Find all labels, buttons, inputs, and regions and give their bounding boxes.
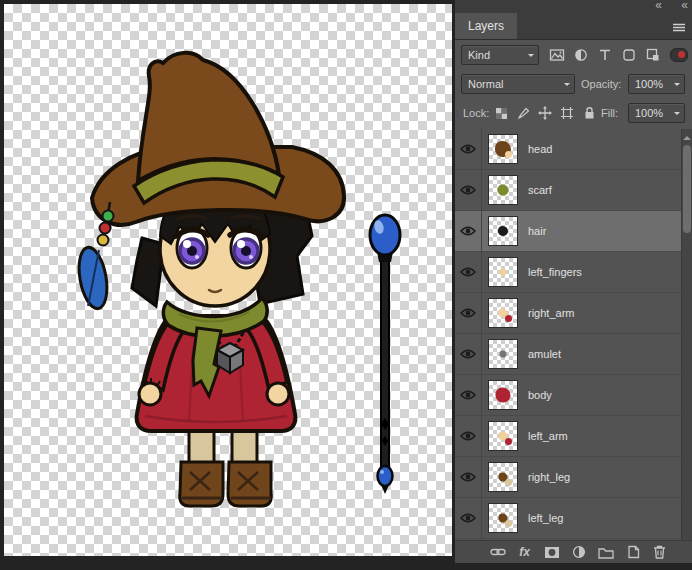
- layer-thumbnail[interactable]: [488, 462, 518, 492]
- pixel-filter-icon[interactable]: [547, 45, 567, 65]
- fill-dropdown[interactable]: 100%: [628, 103, 685, 123]
- layer-row[interactable]: body: [455, 375, 682, 416]
- visibility-toggle[interactable]: [455, 293, 482, 333]
- layer-thumbnail[interactable]: [488, 339, 518, 369]
- visibility-toggle[interactable]: [455, 498, 482, 538]
- layer-list: head scarf hair: [455, 129, 682, 540]
- layer-row[interactable]: hair: [455, 211, 682, 252]
- layer-name[interactable]: right_arm: [528, 293, 574, 333]
- layer-row[interactable]: head: [455, 129, 682, 170]
- panel-menu-icon[interactable]: [672, 20, 686, 32]
- thumbnail-art-blob: [500, 269, 507, 276]
- opacity-label: Opacity:: [581, 74, 621, 94]
- layer-name[interactable]: body: [528, 375, 552, 415]
- layer-thumbnail[interactable]: [488, 421, 518, 451]
- layer-name[interactable]: left_arm: [528, 416, 568, 456]
- adjustment-filter-icon[interactable]: [571, 45, 591, 65]
- layer-name[interactable]: hair: [528, 211, 546, 251]
- layer-row[interactable]: scarf: [455, 170, 682, 211]
- visibility-toggle[interactable]: [455, 170, 482, 210]
- layer-list-scrollbar[interactable]: [681, 129, 692, 540]
- visibility-toggle[interactable]: [455, 416, 482, 456]
- lock-all-icon[interactable]: [579, 103, 599, 123]
- layer-name[interactable]: amulet: [528, 334, 561, 374]
- thumbnail-art-blob-secondary: [505, 479, 512, 486]
- application-window: « « Layers Kind Nor: [0, 0, 692, 570]
- smart-object-filter-icon[interactable]: [643, 45, 663, 65]
- scroll-up-arrow-icon[interactable]: [683, 132, 691, 140]
- layer-row[interactable]: amulet: [455, 334, 682, 375]
- character-artwork: [4, 4, 452, 556]
- layer-row[interactable]: left_leg: [455, 498, 682, 539]
- staff-artwork: [370, 215, 400, 494]
- visibility-toggle[interactable]: [455, 252, 482, 292]
- layer-thumbnail[interactable]: [488, 216, 518, 246]
- fx-label: fx: [519, 544, 530, 560]
- layer-thumbnail[interactable]: [488, 175, 518, 205]
- layer-style-button[interactable]: fx: [516, 544, 533, 560]
- visibility-toggle[interactable]: [455, 129, 482, 169]
- hat-artwork: [92, 53, 344, 225]
- lock-transparency-icon[interactable]: [491, 103, 511, 123]
- lock-pixels-icon[interactable]: [513, 103, 533, 123]
- lock-label: Lock:: [463, 103, 489, 123]
- layer-row[interactable]: right_leg: [455, 457, 682, 498]
- legs-artwork: [180, 422, 272, 506]
- thumbnail-art-blob-secondary: [505, 520, 512, 527]
- link-layers-icon[interactable]: [489, 544, 506, 560]
- visibility-toggle[interactable]: [455, 334, 482, 374]
- layer-row[interactable]: left_arm: [455, 416, 682, 457]
- layer-thumbnail[interactable]: [488, 134, 518, 164]
- eye-icon: [460, 308, 476, 318]
- layers-panel: « « Layers Kind Nor: [455, 0, 692, 562]
- blend-mode-dropdown[interactable]: Normal: [461, 74, 575, 94]
- visibility-toggle[interactable]: [455, 375, 482, 415]
- layer-name[interactable]: left_leg: [528, 498, 563, 538]
- thumbnail-art-blob-secondary: [505, 438, 512, 445]
- visibility-toggle[interactable]: [455, 457, 482, 497]
- layer-thumbnail[interactable]: [488, 257, 518, 287]
- lock-position-icon[interactable]: [535, 103, 555, 123]
- collapse-panels-icon[interactable]: «: [655, 0, 662, 12]
- tab-layers[interactable]: Layers: [455, 13, 517, 39]
- layer-name[interactable]: scarf: [528, 170, 552, 210]
- eye-icon: [460, 185, 476, 195]
- thumbnail-art-blob: [496, 388, 511, 403]
- kind-filter-dropdown[interactable]: Kind: [461, 45, 539, 65]
- thumbnail-art-blob-secondary: [505, 151, 512, 158]
- eye-icon: [460, 431, 476, 441]
- scrollbar-thumb[interactable]: [683, 145, 691, 233]
- eye-icon: [460, 144, 476, 154]
- eye-icon: [460, 267, 476, 277]
- delete-layer-icon[interactable]: [651, 544, 668, 560]
- opacity-dropdown[interactable]: 100%: [628, 74, 685, 94]
- new-group-icon[interactable]: [597, 544, 614, 560]
- layer-row[interactable]: left_fingers: [455, 252, 682, 293]
- document-canvas[interactable]: [4, 4, 452, 556]
- new-layer-icon[interactable]: [624, 544, 641, 560]
- visibility-toggle[interactable]: [455, 211, 482, 251]
- eye-icon: [460, 226, 476, 236]
- eye-icon: [460, 349, 476, 359]
- new-adjustment-layer-icon[interactable]: [570, 544, 587, 560]
- layer-name[interactable]: left_fingers: [528, 252, 582, 292]
- layer-thumbnail[interactable]: [488, 503, 518, 533]
- shape-filter-icon[interactable]: [619, 45, 639, 65]
- layer-name[interactable]: right_leg: [528, 457, 570, 497]
- layer-name[interactable]: head: [528, 129, 552, 169]
- add-layer-mask-icon[interactable]: [543, 544, 560, 560]
- layers-bottom-bar: fx: [455, 540, 692, 563]
- panel-dock-header: « «: [455, 0, 692, 13]
- layer-filter-toggle[interactable]: [670, 48, 688, 62]
- collapse-dock-icon[interactable]: «: [681, 0, 688, 12]
- thumbnail-art-blob: [498, 226, 508, 236]
- layer-thumbnail[interactable]: [488, 380, 518, 410]
- filter-active-light: [678, 51, 685, 58]
- layer-row[interactable]: right_arm: [455, 293, 682, 334]
- lock-artboard-icon[interactable]: [557, 103, 577, 123]
- eye-icon: [460, 390, 476, 400]
- type-filter-icon[interactable]: [595, 45, 615, 65]
- thumbnail-art-blob: [500, 351, 507, 358]
- layer-thumbnail[interactable]: [488, 298, 518, 328]
- fill-label: Fill:: [601, 103, 618, 123]
